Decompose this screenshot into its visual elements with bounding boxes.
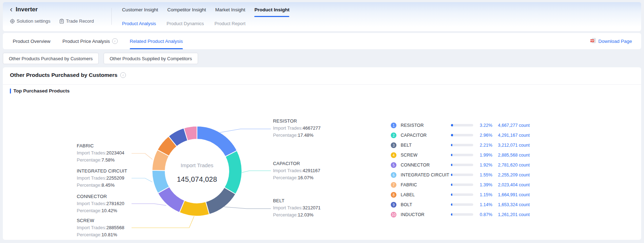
callout-resistor: RESISTORImport Trades:4667277Percentage:… — [273, 118, 320, 139]
primary-nav: Customer Insight Competitor Insight Mark… — [122, 7, 289, 17]
trade-record-button[interactable]: Trade Record — [59, 18, 94, 24]
legend-product-name: FABRIC — [401, 180, 417, 190]
callout-line-capacitor — [242, 171, 271, 173]
legend-percentage: 2.96% — [473, 130, 492, 140]
rank-badge: 2 — [391, 132, 396, 138]
callout-product-name: CAPACITOR — [273, 160, 320, 166]
callout-percentage: Percentage:10.81% — [77, 231, 124, 238]
share-bar-fill — [451, 193, 452, 196]
share-bar-fill — [451, 124, 453, 126]
callout-import-trades: Import Trades:2885568 — [77, 224, 124, 231]
callout-import-trades: Import Trades:2255209 — [77, 175, 127, 182]
callout-line-screw — [132, 216, 194, 228]
solution-settings-button[interactable]: Solution settings — [10, 18, 50, 24]
legend-row-resistor[interactable]: 1RESISTOR3.22%4,667,277 count — [391, 120, 564, 130]
callout-line-integrated-circuit — [132, 178, 152, 182]
button-purchased-by-customers[interactable]: Other Products Purchased by Customers — [3, 53, 99, 64]
rank-badge: 4 — [391, 152, 396, 158]
share-bar — [451, 203, 473, 206]
share-bar — [451, 174, 473, 176]
legend-row-connector[interactable]: 5CONNECTOR1.92%2,781,620 count — [391, 160, 564, 170]
legend-product-name: INDUCTOR — [401, 210, 424, 220]
share-bar-fill — [451, 144, 452, 146]
share-bar-fill — [451, 164, 452, 166]
callout-percentage: Percentage:16.07% — [273, 174, 320, 181]
callout-line-fabric — [132, 153, 152, 159]
legend-row-capacitor[interactable]: 2CAPACITOR2.96%4,291,167 count — [391, 130, 564, 140]
callout-integrated-circuit: INTEGRATED CIRCUITImport Trades:2255209P… — [77, 168, 127, 189]
callout-product-name: BELT — [273, 198, 320, 204]
callout-import-trades: Import Trades:4291167 — [273, 167, 320, 174]
rank-badge: 5 — [391, 162, 396, 168]
tab-product-price-analysis[interactable]: Product Price Analysis — [63, 33, 118, 49]
callout-line-belt — [224, 207, 271, 209]
tab-customer-insight[interactable]: Customer Insight — [122, 7, 158, 17]
callout-import-trades: Import Trades:2023404 — [77, 149, 124, 157]
rank-badge: 1 — [391, 123, 396, 128]
share-bar-fill — [451, 134, 453, 136]
share-bar — [451, 154, 473, 156]
related-product-toggle: Other Products Purchased by Customers Ot… — [3, 53, 198, 64]
callout-product-name: FABRIC — [77, 143, 124, 149]
rank-badge: 8 — [391, 192, 396, 198]
legend-percentage: 1.55% — [473, 170, 492, 180]
gear-icon — [10, 19, 15, 24]
legend-row-fabric[interactable]: 7FABRIC1.39%2,023,404 count — [391, 180, 564, 190]
legend-count: 1,653,324 count — [498, 200, 530, 210]
callout-connector: CONNECTORImport Trades:2781620Percentage… — [77, 193, 124, 214]
legend-row-integrated-circuit[interactable]: 6INTEGRATED CIRCUIT1.55%2,255,209 count — [391, 170, 564, 180]
info-icon[interactable] — [112, 38, 118, 44]
rank-badge: 10 — [391, 212, 396, 217]
callout-capacitor: CAPACITORImport Trades:4291167Percentage… — [273, 160, 320, 181]
page-header: ‹ Inverter Solution settings Trade Recor… — [3, 2, 641, 31]
share-bar — [451, 213, 473, 216]
other-products-card: Other Products Purchased by Customers To… — [3, 67, 641, 240]
back-chevron-icon[interactable]: ‹ — [10, 6, 12, 13]
share-bar — [451, 134, 473, 136]
callout-product-name: RESISTOR — [273, 118, 320, 124]
legend-product-name: BOLT — [401, 200, 412, 210]
button-supplied-by-competitors[interactable]: Other Products Supplied by Competitors — [104, 53, 198, 64]
legend-product-name: BELT — [401, 140, 412, 150]
callout-belt: BELTImport Trades:3212071Percentage:12.0… — [273, 198, 320, 219]
top-products-legend: 1RESISTOR3.22%4,667,277 count2CAPACITOR2… — [391, 120, 564, 220]
share-bar-fill — [451, 174, 452, 176]
tab-product-analysis[interactable]: Product Analysis — [122, 21, 156, 26]
donut-slice-belt[interactable] — [206, 187, 236, 214]
tab-product-insight[interactable]: Product Insight — [254, 7, 289, 17]
tab-product-dynamics[interactable]: Product Dynamics — [167, 21, 204, 26]
header-divider — [111, 8, 112, 25]
callout-percentage: Percentage:10.42% — [77, 207, 124, 214]
share-bar — [451, 164, 473, 166]
tab-product-overview[interactable]: Product Overview — [13, 33, 51, 49]
legend-row-inductor[interactable]: 10INDUCTOR0.87%1,261,201 count — [391, 210, 564, 220]
legend-percentage: 1.39% — [473, 180, 492, 190]
legend-product-name: CAPACITOR — [401, 130, 427, 140]
tab-product-report[interactable]: Product Report — [215, 21, 245, 26]
callout-screw: SCREWImport Trades:2885568Percentage:10.… — [77, 217, 124, 238]
callout-import-trades: Import Trades:3212071 — [273, 204, 320, 211]
tab-competitor-insight[interactable]: Competitor Insight — [167, 7, 206, 17]
legend-row-belt[interactable]: 3BELT2.21%3,212,071 count — [391, 140, 564, 150]
legend-percentage: 1.14% — [473, 200, 492, 210]
legend-row-screw[interactable]: 4SCREW1.99%2,885,568 count — [391, 150, 564, 160]
share-bar — [451, 144, 473, 146]
legend-percentage: 2.21% — [473, 140, 492, 150]
callout-percentage: Percentage:17.48% — [273, 132, 320, 139]
legend-count: 2,885,568 count — [498, 150, 530, 160]
legend-count: 4,291,167 count — [498, 130, 530, 140]
analysis-toolbar: Product Overview Product Price Analysis … — [3, 33, 641, 49]
tab-market-insight[interactable]: Market Insight — [215, 7, 245, 17]
legend-product-name: CONNECTOR — [401, 160, 430, 170]
tab-related-product-analysis[interactable]: Related Product Analysis — [130, 33, 183, 49]
callout-product-name: SCREW — [77, 217, 124, 224]
donut-slice-capacitor[interactable] — [224, 151, 242, 194]
legend-percentage: 0.87% — [473, 210, 492, 220]
legend-row-label[interactable]: 8LABEL1.15%1,664,991 count — [391, 190, 564, 200]
legend-count: 2,255,209 count — [498, 170, 530, 180]
download-page-link[interactable]: PDF Download Page — [590, 33, 632, 49]
share-bar-fill — [451, 203, 452, 206]
share-bar — [451, 124, 473, 126]
legend-row-bolt[interactable]: 9BOLT1.14%1,653,324 count — [391, 200, 564, 210]
legend-product-name: LABEL — [401, 190, 415, 200]
